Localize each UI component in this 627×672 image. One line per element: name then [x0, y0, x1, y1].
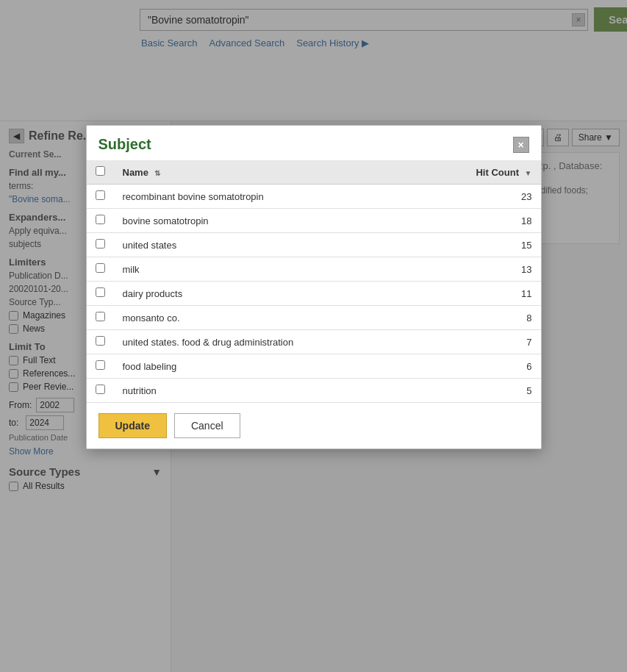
modal-overlay: Subject × Name ⇅ Hit Count ▼ — [0, 0, 627, 672]
subject-count-cell: 13 — [421, 257, 541, 282]
row-checkbox-3[interactable] — [96, 263, 105, 273]
subject-count-cell: 11 — [421, 282, 541, 306]
update-button[interactable]: Update — [98, 413, 167, 438]
row-checkbox-4[interactable] — [96, 287, 105, 297]
subject-count-cell: 7 — [421, 330, 541, 354]
subject-name-cell: united states — [114, 233, 421, 257]
subject-modal: Subject × Name ⇅ Hit Count ▼ — [86, 125, 542, 449]
table-row: bovine somatotropin 18 — [87, 209, 541, 233]
subject-count-cell: 8 — [421, 306, 541, 330]
subject-table: Name ⇅ Hit Count ▼ recombinant bovine so… — [87, 160, 541, 403]
row-checkbox-6[interactable] — [96, 336, 105, 346]
hit-count-sort-icon: ▼ — [525, 169, 532, 177]
subject-name-cell: milk — [114, 257, 421, 282]
table-row: united states. food & drug administratio… — [87, 330, 541, 354]
modal-footer: Update Cancel — [87, 403, 541, 448]
subject-name-cell: food labeling — [114, 354, 421, 379]
subject-count-cell: 6 — [421, 354, 541, 379]
table-row: monsanto co. 8 — [87, 306, 541, 330]
row-checkbox-0[interactable] — [96, 190, 105, 200]
subject-name-cell: nutrition — [114, 379, 421, 403]
table-row: milk 13 — [87, 257, 541, 282]
table-row: nutrition 5 — [87, 379, 541, 403]
subject-name-cell: bovine somatotropin — [114, 209, 421, 233]
subject-count-cell: 18 — [421, 209, 541, 233]
row-checkbox-5[interactable] — [96, 312, 105, 321]
table-row: dairy products 11 — [87, 282, 541, 306]
subject-count-cell: 5 — [421, 379, 541, 403]
hit-count-column-header[interactable]: Hit Count ▼ — [421, 160, 541, 185]
modal-title: Subject — [98, 136, 151, 153]
cancel-button[interactable]: Cancel — [174, 413, 240, 438]
row-checkbox-1[interactable] — [96, 215, 105, 224]
modal-close-button[interactable]: × — [513, 137, 529, 153]
modal-header: Subject × — [87, 126, 541, 160]
row-checkbox-7[interactable] — [96, 360, 105, 370]
row-checkbox-8[interactable] — [96, 385, 105, 394]
subject-name-cell: recombinant bovine somatotropin — [114, 185, 421, 209]
name-column-header[interactable]: Name ⇅ — [114, 160, 421, 185]
table-row: food labeling 6 — [87, 354, 541, 379]
name-sort-icon: ⇅ — [154, 169, 160, 177]
table-row: recombinant bovine somatotropin 23 — [87, 185, 541, 209]
subject-name-cell: monsanto co. — [114, 306, 421, 330]
row-checkbox-2[interactable] — [96, 239, 105, 249]
subject-count-cell: 23 — [421, 185, 541, 209]
select-all-header — [87, 160, 114, 185]
subject-name-cell: dairy products — [114, 282, 421, 306]
table-row: united states 15 — [87, 233, 541, 257]
select-all-checkbox[interactable] — [96, 166, 105, 176]
subject-name-cell: united states. food & drug administratio… — [114, 330, 421, 354]
subject-count-cell: 15 — [421, 233, 541, 257]
